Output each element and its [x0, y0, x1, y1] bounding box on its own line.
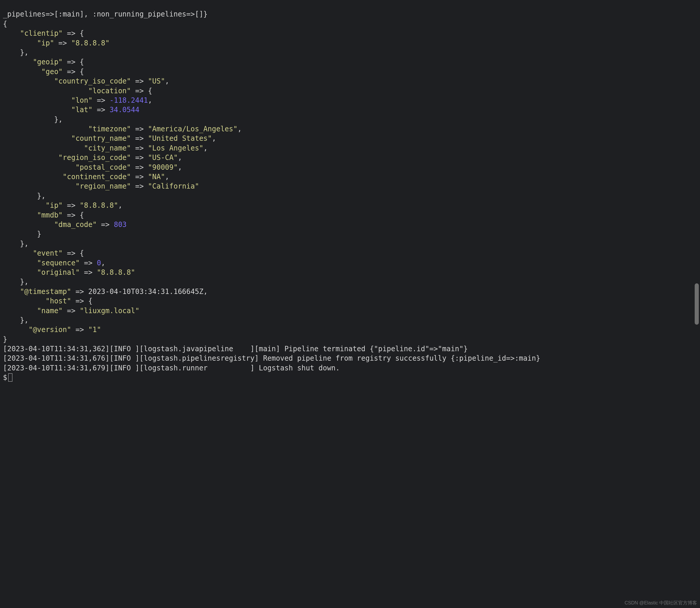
- timezone-val: "America/Los_Angeles": [148, 125, 237, 133]
- continent-code-val: "NA": [148, 173, 165, 181]
- dma-code-val: 803: [114, 221, 127, 229]
- original-val: "8.8.8.8": [97, 268, 135, 277]
- terminal-output[interactable]: _pipelines=>[:main], :non_running_pipeli…: [0, 0, 700, 385]
- country-iso-code-key: "country_iso_code": [54, 77, 131, 85]
- geo-key: "geo": [41, 68, 62, 76]
- log-line-1: [2023-04-10T11:34:31,362][INFO ][logstas…: [3, 344, 468, 354]
- region-name-val: "California": [148, 182, 199, 190]
- postal-code-val: "90009": [148, 163, 178, 171]
- log-line-2: [2023-04-10T11:34:31,676][INFO ][logstas…: [3, 354, 540, 363]
- clientip-key: "clientip": [20, 29, 63, 37]
- country-iso-code-val: "US": [148, 77, 165, 85]
- close-brace: }: [3, 335, 7, 344]
- dma-code-key: "dma_code": [54, 221, 97, 229]
- region-iso-code-val: "US-CA": [148, 153, 178, 162]
- shell-prompt[interactable]: $: [3, 373, 7, 382]
- event-key: "event": [33, 249, 62, 258]
- sequence-key: "sequence": [37, 259, 80, 267]
- region-name-key: "region_name": [76, 182, 131, 190]
- country-name-val: "United States": [148, 134, 212, 142]
- geoip-key: "geoip": [33, 58, 62, 66]
- sequence-val: 0: [97, 259, 101, 267]
- mmdb-key: "mmdb": [37, 211, 63, 219]
- watermark-text: CSDN @Elastic 中国社区官方博客: [624, 600, 697, 606]
- log-line-3: [2023-04-10T11:34:31,679][INFO ][logstas…: [3, 364, 340, 372]
- clientip-ip-val: "8.8.8.8": [71, 39, 110, 47]
- country-name-key: "country_name": [71, 134, 131, 142]
- geoip-ip-key: "ip": [46, 201, 63, 210]
- city-name-val: "Los Angeles": [148, 144, 203, 152]
- open-brace: {: [3, 20, 7, 28]
- location-key: "location": [88, 87, 131, 95]
- region-iso-code-key: "region_iso_code": [58, 153, 131, 162]
- pipelines-header: _pipelines=>[:main], :non_running_pipeli…: [3, 10, 208, 18]
- postal-code-key: "postal_code": [76, 163, 131, 171]
- lon-key: "lon": [71, 96, 92, 104]
- lon-val: -118.2441: [110, 96, 148, 104]
- host-key: "host": [46, 297, 71, 305]
- continent-code-key: "continent_code": [62, 173, 131, 181]
- city-name-key: "city_name": [84, 144, 131, 152]
- version-val: "1": [88, 326, 101, 334]
- lat-val: 34.0544: [110, 106, 139, 114]
- version-key: "@version": [29, 326, 71, 334]
- host-name-key: "name": [37, 307, 63, 315]
- lat-key: "lat": [71, 106, 92, 114]
- geoip-ip-val: "8.8.8.8": [80, 201, 118, 210]
- timestamp-val: 2023-04-10T03:34:31.166645Z: [88, 287, 203, 296]
- cursor-icon: [8, 373, 13, 382]
- original-key: "original": [37, 268, 80, 277]
- clientip-ip-key: "ip": [37, 39, 54, 47]
- host-name-val: "liuxgm.local": [80, 307, 139, 315]
- timezone-key: "timezone": [88, 125, 131, 133]
- timestamp-key: "@timestamp": [20, 287, 71, 296]
- scrollbar-thumb[interactable]: [695, 283, 699, 325]
